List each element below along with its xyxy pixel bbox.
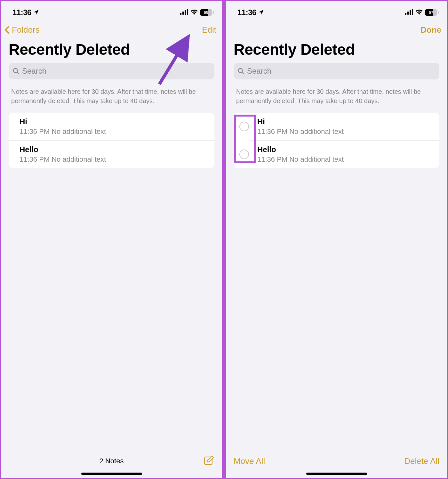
nav-bar: Done bbox=[226, 20, 447, 39]
note-title: Hello bbox=[257, 145, 439, 154]
bottom-toolbar: 2 Notes bbox=[1, 452, 222, 470]
note-row[interactable]: Hello 11:36 PMNo additional text bbox=[9, 140, 214, 168]
notes-count: 2 Notes bbox=[1, 457, 222, 465]
svg-line-5 bbox=[17, 72, 19, 74]
info-text: Notes are available here for 30 days. Af… bbox=[226, 79, 447, 111]
note-meta: 11:36 PMNo additional text bbox=[257, 127, 439, 136]
search-placeholder: Search bbox=[22, 67, 46, 76]
search-input[interactable]: Search bbox=[9, 63, 214, 79]
svg-rect-1 bbox=[182, 12, 184, 15]
info-text: Notes are available here for 30 days. Af… bbox=[1, 79, 222, 111]
note-title: Hello bbox=[20, 145, 214, 154]
note-row[interactable]: Hi 11:36 PMNo additional text bbox=[9, 113, 214, 140]
home-indicator[interactable] bbox=[306, 473, 367, 475]
cellular-signal-icon bbox=[180, 9, 188, 16]
note-meta: 11:36 PMNo additional text bbox=[20, 127, 214, 136]
status-bar: 11:36 67 bbox=[226, 1, 447, 20]
status-right: 68 bbox=[180, 9, 214, 16]
note-row[interactable]: Hello 11:36 PMNo additional text bbox=[234, 140, 439, 168]
note-title: Hi bbox=[257, 117, 439, 126]
page-title: Recently Deleted bbox=[226, 39, 447, 63]
note-meta: 11:36 PMNo additional text bbox=[20, 155, 214, 164]
status-right: 67 bbox=[405, 9, 439, 16]
location-icon bbox=[258, 8, 264, 17]
svg-rect-9 bbox=[407, 12, 409, 15]
svg-rect-3 bbox=[187, 9, 188, 15]
status-left: 11:36 bbox=[12, 8, 39, 17]
note-row[interactable]: Hi 11:36 PMNo additional text bbox=[234, 113, 439, 140]
bottom-toolbar-editing: Move All Delete All bbox=[226, 452, 447, 470]
delete-all-button[interactable]: Delete All bbox=[404, 456, 439, 466]
done-button[interactable]: Done bbox=[420, 25, 441, 35]
screenshot-right: 11:36 67 Done Recently Deleted bbox=[224, 0, 448, 479]
svg-rect-0 bbox=[180, 13, 181, 15]
select-checkbox[interactable] bbox=[239, 122, 249, 131]
compose-button[interactable] bbox=[204, 455, 214, 467]
location-icon bbox=[33, 8, 39, 17]
status-time: 11:36 bbox=[237, 8, 256, 17]
status-left: 11:36 bbox=[237, 8, 264, 17]
edit-button[interactable]: Edit bbox=[202, 25, 216, 35]
battery-indicator: 67 bbox=[425, 9, 439, 16]
page-title: Recently Deleted bbox=[1, 39, 222, 63]
svg-rect-8 bbox=[405, 13, 406, 15]
search-input[interactable]: Search bbox=[234, 63, 439, 79]
svg-line-13 bbox=[242, 72, 244, 74]
cellular-signal-icon bbox=[405, 9, 413, 16]
battery-percent: 67 bbox=[425, 9, 437, 16]
back-button[interactable]: Folders bbox=[4, 25, 40, 35]
note-meta: 11:36 PMNo additional text bbox=[257, 155, 439, 164]
back-label: Folders bbox=[12, 25, 40, 35]
wifi-icon bbox=[415, 9, 423, 16]
svg-rect-11 bbox=[412, 9, 413, 15]
svg-rect-2 bbox=[185, 10, 186, 15]
screenshot-left: 11:36 68 Folders Edi bbox=[0, 0, 224, 479]
wifi-icon bbox=[190, 9, 198, 16]
note-title: Hi bbox=[20, 117, 214, 126]
svg-rect-10 bbox=[410, 10, 411, 15]
search-placeholder: Search bbox=[247, 67, 271, 76]
status-time: 11:36 bbox=[12, 8, 31, 17]
battery-percent: 68 bbox=[200, 9, 212, 16]
notes-list: Hi 11:36 PMNo additional text Hello 11:3… bbox=[9, 113, 214, 168]
move-all-button[interactable]: Move All bbox=[234, 456, 265, 466]
notes-list-editing: Hi 11:36 PMNo additional text Hello 11:3… bbox=[234, 113, 439, 168]
nav-bar: Folders Edit bbox=[1, 20, 222, 39]
battery-indicator: 68 bbox=[200, 9, 214, 16]
status-bar: 11:36 68 bbox=[1, 1, 222, 20]
select-checkbox[interactable] bbox=[239, 150, 249, 159]
home-indicator[interactable] bbox=[81, 473, 142, 475]
